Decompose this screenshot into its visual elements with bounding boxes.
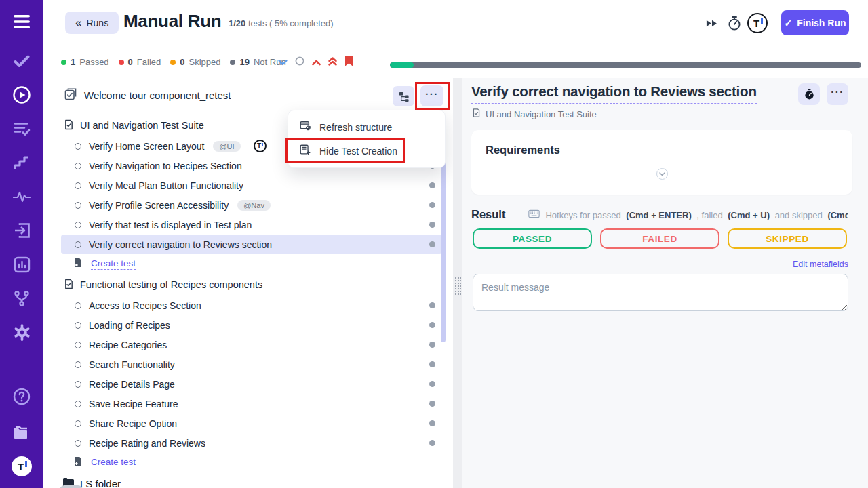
test-row[interactable]: Access to Recipes Section (61, 296, 442, 315)
failed-counter: 0 Failed (119, 57, 161, 67)
run-progress-bar (390, 62, 861, 68)
test-label: Verify correct navigation to Reviews sec… (89, 239, 272, 250)
page-title: Manual Run (123, 11, 221, 32)
test-status-circle-icon (75, 302, 81, 309)
suite-row[interactable]: Functional testing of Recipes components (61, 274, 442, 296)
hotkey-combo: (Cmd + ENTER) (626, 210, 691, 220)
result-message-input[interactable] (473, 274, 848, 311)
folder-row[interactable]: LS folder (61, 472, 442, 488)
circle-outline-icon[interactable] (295, 56, 304, 68)
check-icon[interactable] (0, 47, 43, 75)
edit-metafields-link[interactable]: Edit metafields (793, 260, 848, 270)
create-test-link[interactable]: Create test (91, 457, 136, 468)
tests-ratio: 1/20 (229, 18, 245, 28)
suite-file-icon (64, 119, 74, 132)
test-more-actions-button[interactable]: ··· (827, 83, 848, 105)
panel-resize-gutter[interactable] (453, 78, 462, 488)
test-status-circle-icon (75, 440, 81, 447)
help-circle-icon[interactable] (0, 383, 43, 410)
test-row[interactable]: Recipe Details Page (61, 374, 442, 394)
test-row[interactable]: Share Recipe Option (61, 413, 442, 433)
folder-label: LS folder (80, 478, 121, 488)
bookmark-icon[interactable] (344, 56, 353, 69)
steps-icon[interactable] (0, 149, 43, 176)
suite-breadcrumb-label: UI and Navigation Test Suite (486, 109, 597, 119)
test-row[interactable]: Search Functionality (61, 354, 442, 374)
test-tag-badge: @UI (213, 141, 240, 152)
top-bar: « Runs Manual Run 1/20 tests ( 5% comple… (43, 0, 868, 46)
test-row[interactable]: Recipe Categories (61, 335, 442, 354)
folder-icon[interactable] (0, 419, 43, 446)
run-status-bar: 1 Passed 0 Failed 0 Skipped 19 Not Run (43, 46, 868, 78)
failed-count: 0 (128, 57, 133, 67)
chevron-down-icon[interactable] (278, 56, 288, 68)
sign-in-icon[interactable] (0, 217, 43, 244)
not-run-dot (429, 361, 435, 367)
test-row[interactable]: Save Recipe Feature (61, 394, 442, 413)
test-status-circle-icon (75, 381, 81, 388)
test-label: Recipe Details Page (89, 379, 175, 390)
refresh-structure-icon (299, 120, 311, 134)
create-test-link[interactable]: Create test (91, 258, 136, 270)
test-detail-title[interactable]: Verify correct navigation to Reviews sec… (471, 83, 757, 104)
test-tag-badge: @Nav (237, 200, 271, 211)
test-row[interactable]: Verify Meal Plan Button Functionality (61, 176, 442, 195)
not-run-dot (429, 381, 435, 387)
passed-button[interactable]: PASSED (473, 228, 592, 249)
create-test-row[interactable]: Create test (61, 453, 442, 472)
gear-icon[interactable] (0, 319, 43, 346)
test-suite-breadcrumb: UI and Navigation Test Suite (472, 108, 597, 120)
suite-label: UI and Navigation Test Suite (80, 120, 204, 131)
test-status-circle-icon (75, 420, 81, 427)
test-status-circle-icon (75, 143, 81, 150)
run-progress-fill (390, 62, 414, 68)
expand-requirements-button[interactable] (656, 168, 668, 180)
hotkeys-text: and skipped (772, 210, 825, 220)
back-to-runs-button[interactable]: « Runs (65, 12, 119, 34)
test-label: Save Recipe Feature (89, 399, 178, 409)
chevron-up-icon[interactable] (312, 56, 321, 68)
resize-grip-icon (454, 277, 461, 296)
test-row[interactable]: Verify Profile Screen Accessibility @Nav (61, 195, 442, 215)
test-row[interactable]: Loading of Recipes (61, 315, 442, 335)
double-chevron-up-icon[interactable] (328, 56, 337, 68)
pulse-icon[interactable] (0, 183, 43, 210)
finish-run-button[interactable]: ✓ Finish Run (781, 10, 849, 35)
status-filter-icons (278, 46, 353, 78)
test-logo-icon: T (254, 140, 267, 152)
skipped-button[interactable]: SKIPPED (728, 228, 847, 249)
menu-item-refresh-structure[interactable]: Refresh structure (288, 115, 445, 139)
test-label: Verify Navigation to Recipes Section (89, 161, 242, 171)
suite-more-actions-button[interactable]: ··· (420, 85, 443, 106)
hotkeys-text: Hotkeys for passed (545, 210, 623, 220)
menu-item-label: Refresh structure (319, 122, 392, 133)
checklist-icon (64, 87, 77, 103)
bar-chart-icon[interactable] (0, 251, 43, 278)
timer-button[interactable] (798, 83, 820, 105)
fast-forward-icon[interactable] (705, 0, 718, 46)
create-test-row[interactable]: Create test (61, 254, 442, 274)
test-row[interactable]: Recipe Rating and Reviews (61, 433, 442, 453)
suite-file-icon (472, 108, 481, 120)
check-icon: ✓ (784, 18, 792, 28)
keyboard-icon (528, 209, 540, 220)
structure-view-button[interactable] (393, 86, 414, 106)
branch-icon[interactable] (0, 285, 43, 312)
menu-item-hide-test-creation[interactable]: Hide Test Creation (288, 139, 445, 163)
double-chevron-left-icon: « (75, 16, 81, 30)
app-logo[interactable]: T (0, 453, 43, 480)
failed-dot-icon (119, 60, 124, 65)
play-circle-icon[interactable] (0, 81, 43, 108)
not-run-dot (429, 420, 435, 426)
tests-suffix: tests ( 5% completed) (245, 18, 333, 28)
test-row[interactable]: Verify that test is displayed in Test pl… (61, 215, 442, 235)
menu-item-label: Hide Test Creation (319, 146, 397, 157)
test-row-selected[interactable]: Verify correct navigation to Reviews sec… (61, 235, 442, 254)
stopwatch-icon[interactable] (727, 0, 742, 46)
list-check-icon[interactable] (0, 115, 43, 142)
hamburger-menu-icon[interactable] (0, 8, 43, 35)
finish-run-label: Finish Run (797, 18, 846, 28)
failed-button[interactable]: FAILED (600, 228, 719, 249)
not-run-dot (429, 322, 435, 328)
status-counters: 1 Passed 0 Failed 0 Skipped 19 Not Run (61, 46, 286, 78)
